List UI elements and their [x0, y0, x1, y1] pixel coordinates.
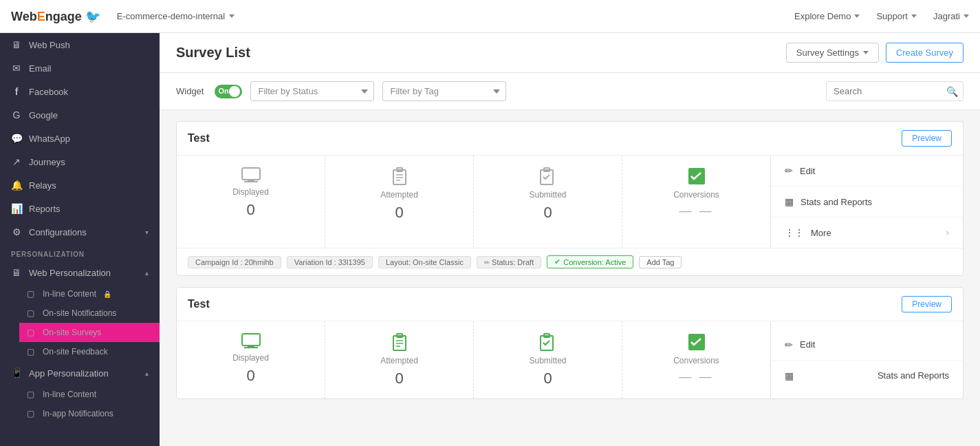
more-action[interactable]: ⋮⋮ More ›: [771, 217, 963, 248]
support-link[interactable]: Support: [876, 11, 917, 21]
more-icon: ⋮⋮: [785, 227, 804, 238]
toggle-switch[interactable]: On: [215, 85, 242, 98]
stat-label: Submitted: [529, 190, 566, 200]
check-clipboard-icon: [538, 167, 558, 186]
edit-action[interactable]: ✏ Edit: [771, 330, 963, 361]
stat-attempted: Attempted 0: [325, 321, 474, 399]
sidebar-item-label: In-app Notifications: [43, 409, 113, 418]
stat-submitted: Submitted 0: [474, 156, 622, 248]
stat-value: 0: [395, 204, 403, 222]
survey-settings-button[interactable]: Survey Settings: [786, 43, 879, 63]
stat-dash: — —: [679, 204, 713, 218]
stat-label: Displayed: [232, 187, 269, 197]
add-tag-button[interactable]: Add Tag: [639, 256, 682, 268]
stat-value: 0: [543, 370, 552, 387]
web-personalization-arrow-icon: ▴: [145, 269, 149, 277]
filter-by-tag-select[interactable]: Filter by Tag: [382, 81, 506, 101]
stat-dash: — —: [679, 370, 713, 384]
check-clipboard-icon: [538, 332, 558, 352]
stat-value: 0: [246, 367, 254, 385]
sidebar-item-configurations[interactable]: ⚙ Configurations ▾: [0, 220, 160, 244]
stat-attempted: Attempted 0: [325, 156, 474, 248]
edit-action[interactable]: ✏ Edit: [771, 156, 963, 187]
personalization-section-label: PERSONALIZATION: [0, 244, 160, 261]
sidebar-item-label: On-site Feedback: [43, 347, 108, 357]
filter-by-status-select[interactable]: Filter by Status: [250, 81, 374, 101]
edit-label: Edit: [800, 339, 815, 350]
sidebar-item-whatsapp[interactable]: 💬 WhatsApp: [0, 127, 160, 150]
sidebar-item-app-personalization[interactable]: 📱 App Personalization ▴: [0, 361, 160, 385]
journeys-icon: ↗: [11, 156, 22, 167]
search-icon: 🔍: [946, 86, 958, 97]
campaign-id-tag: Campaign Id : 20hmihb: [188, 256, 281, 268]
stat-label: Attempted: [380, 190, 418, 200]
user-menu[interactable]: Jagrati: [933, 11, 969, 21]
support-chevron-icon: [911, 14, 917, 18]
stats-row: Displayed 0 Attempted: [177, 321, 770, 399]
clipboard-icon: [391, 167, 408, 186]
sidebar-item-label: In-line Content: [43, 289, 96, 299]
survey-name: Test: [188, 132, 210, 145]
sidebar-item-google[interactable]: G Google: [0, 103, 160, 127]
sidebar-item-facebook[interactable]: f Facebook: [0, 80, 160, 103]
survey-card-header: Test Preview: [177, 122, 963, 156]
stats-reports-label: Stats and Reports: [801, 197, 872, 207]
web-personalization-icon: 🖥: [11, 267, 22, 278]
stats-reports-label: Stats and Reports: [878, 370, 949, 381]
sidebar-item-inline-content[interactable]: ▢ In-line Content 🔒: [19, 284, 160, 304]
sidebar-item-onsite-surveys[interactable]: ▢ On-site Surveys: [19, 323, 160, 342]
survey-actions: ✏ Edit ▦ Stats and Reports: [770, 321, 963, 399]
google-icon: G: [11, 109, 22, 120]
project-selector[interactable]: E-commerce-demo-internal: [117, 11, 235, 21]
app-inline-content-icon: ▢: [25, 390, 36, 399]
sidebar-item-email[interactable]: ✉ Email: [0, 56, 160, 80]
toggle-knob: [229, 86, 240, 97]
sidebar-item-web-push[interactable]: 🖥 Web Push: [0, 33, 160, 56]
onsite-feedback-icon: ▢: [25, 347, 36, 357]
header-actions: Survey Settings Create Survey: [786, 43, 963, 63]
monitor-icon: [241, 332, 261, 349]
clipboard-icon: [391, 332, 408, 352]
inline-content-icon: ▢: [25, 289, 36, 299]
stat-label: Attempted: [380, 356, 418, 365]
preview-button[interactable]: Preview: [902, 296, 952, 312]
edit-icon: ✏: [785, 339, 793, 350]
sidebar-item-journeys[interactable]: ↗ Journeys: [0, 150, 160, 173]
preview-button[interactable]: Preview: [902, 130, 952, 147]
survey-actions: ✏ Edit ▦ Stats and Reports ⋮⋮ More ›: [770, 156, 963, 248]
sidebar-item-onsite-feedback[interactable]: ▢ On-site Feedback: [19, 342, 160, 361]
sidebar-item-app-inline-content[interactable]: ▢ In-line Content: [19, 385, 160, 404]
search-input[interactable]: [826, 81, 963, 101]
sidebar-item-inapp-notifications[interactable]: ▢ In-app Notifications: [19, 404, 160, 423]
tags-row: Campaign Id : 20hmihb Variation Id : 33l…: [177, 248, 963, 275]
sidebar-item-relays[interactable]: 🔔 Relays: [0, 173, 160, 197]
svg-rect-0: [242, 168, 260, 180]
stat-conversions: Conversions — —: [622, 321, 770, 399]
stat-conversions: Conversions — —: [622, 156, 770, 248]
conversion-icon: [687, 332, 706, 352]
email-icon: ✉: [11, 63, 22, 74]
stats-reports-action[interactable]: ▦ Stats and Reports: [771, 361, 963, 391]
sidebar-item-label: Google: [29, 110, 58, 120]
explore-demo-link[interactable]: Explore Demo: [794, 11, 860, 21]
create-survey-button[interactable]: Create Survey: [886, 43, 963, 63]
variation-id-tag: Variation Id : 33l1395: [287, 256, 373, 268]
stat-value: 0: [395, 370, 403, 387]
sidebar-item-onsite-notifications[interactable]: ▢ On-site Notifications: [19, 304, 160, 323]
project-name: E-commerce-demo-internal: [117, 11, 226, 21]
user-chevron-icon: [963, 14, 969, 18]
relays-icon: 🔔: [11, 180, 22, 191]
widget-toggle[interactable]: On: [215, 85, 242, 98]
stats-reports-action[interactable]: ▦ Stats and Reports: [771, 187, 963, 217]
sidebar-item-web-personalization[interactable]: 🖥 Web Personalization ▴: [0, 261, 160, 284]
sidebar-item-reports[interactable]: 📊 Reports: [0, 197, 160, 220]
page-title: Survey List: [176, 45, 250, 61]
conversion-icon: [687, 167, 706, 186]
more-label: More: [811, 228, 831, 238]
stat-label: Submitted: [529, 356, 566, 365]
filters-bar: Widget On Filter by Status Filter by Tag…: [160, 73, 980, 110]
onsite-surveys-icon: ▢: [25, 328, 36, 337]
onsite-notifications-icon: ▢: [25, 308, 36, 318]
facebook-icon: f: [11, 86, 22, 97]
lock-icon: 🔒: [103, 290, 111, 298]
